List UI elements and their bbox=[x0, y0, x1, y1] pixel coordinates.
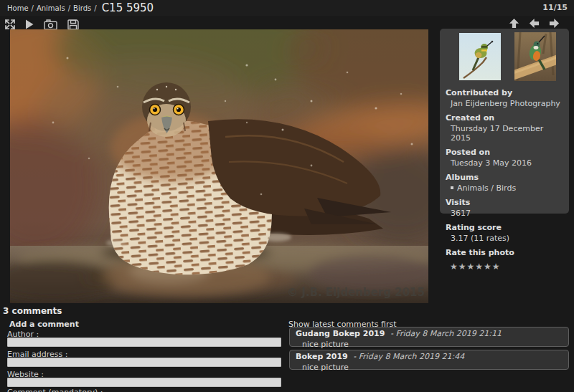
gallery-page: Home / Animals / Birds / C15 5950 11/15 bbox=[0, 0, 574, 392]
sidebar-thumbnail-2[interactable] bbox=[514, 32, 556, 81]
top-bar: Home / Animals / Birds / C15 5950 11/15 bbox=[0, 0, 574, 16]
comment-date: - Friday 8 March 2019 21:11 bbox=[390, 329, 502, 338]
camera-icon bbox=[44, 19, 57, 30]
rate-star-2[interactable]: ★ bbox=[458, 262, 467, 272]
comment-item: Bokep 2019 - Friday 8 March 2019 21:44 n… bbox=[289, 350, 569, 370]
author-input[interactable] bbox=[7, 338, 281, 347]
rating-stars: ★★★★★★ bbox=[450, 259, 565, 272]
arrow-up-icon bbox=[509, 18, 519, 29]
metadata-button[interactable] bbox=[44, 19, 57, 30]
breadcrumb-separator: / bbox=[94, 4, 96, 12]
slideshow-button[interactable] bbox=[25, 19, 34, 29]
rate-star-6[interactable]: ★ bbox=[492, 262, 501, 272]
previous-photo-button[interactable] bbox=[529, 18, 540, 29]
rate-this-photo-label: Rate this photo bbox=[446, 248, 565, 257]
comment-date: - Friday 8 March 2019 21:44 bbox=[353, 352, 464, 361]
meta-label-contributed-by: Contributed by bbox=[446, 88, 565, 97]
next-photo-button[interactable] bbox=[549, 18, 560, 29]
bee-eater-thumbnail-image bbox=[459, 33, 501, 80]
meta-value-posted-on: Tuesday 3 May 2016 bbox=[451, 158, 565, 168]
comment-header: Bokep 2019 - Friday 8 March 2019 21:44 bbox=[296, 353, 563, 360]
meta-value-visits: 3617 bbox=[451, 209, 565, 218]
breadcrumb-animals[interactable]: Animals bbox=[37, 4, 65, 12]
album-link[interactable]: Animals / Birds bbox=[457, 183, 516, 193]
meta-value-contributed-by: Jan Eijdenberg Photography bbox=[451, 99, 565, 108]
play-icon bbox=[25, 19, 34, 29]
breadcrumb-separator: / bbox=[32, 4, 34, 12]
rate-star-3[interactable]: ★ bbox=[467, 262, 476, 272]
photo-illustration: © J.B. Eijdenberg 2015 bbox=[10, 29, 428, 303]
meta-value-albums: Animals / Birds bbox=[451, 183, 565, 193]
main-photo[interactable]: © J.B. Eijdenberg 2015 bbox=[10, 29, 428, 303]
comment-text: nice picture bbox=[296, 340, 563, 349]
comment-author: Gudang Bokep 2019 bbox=[296, 329, 385, 338]
jacamar-thumbnail-image bbox=[514, 32, 556, 81]
sidebar-thumbnail-1[interactable] bbox=[459, 32, 501, 81]
rate-star-4[interactable]: ★ bbox=[475, 262, 484, 272]
page-title: C15 5950 bbox=[102, 1, 154, 14]
meta-value-created-on: Thursday 17 December 2015 bbox=[451, 124, 565, 143]
meta-label-albums: Albums bbox=[446, 173, 565, 182]
fullscreen-icon bbox=[5, 19, 15, 29]
meta-label-rating-score: Rating score bbox=[446, 223, 565, 232]
fullscreen-button[interactable] bbox=[5, 19, 15, 29]
arrow-left-icon bbox=[529, 18, 540, 29]
photo-watermark: © J.B. Eijdenberg 2015 bbox=[287, 286, 425, 299]
comment-header: Gudang Bokep 2019 - Friday 8 March 2019 … bbox=[296, 330, 563, 338]
meta-label-created-on: Created on bbox=[446, 113, 565, 123]
save-icon bbox=[67, 19, 79, 30]
download-button[interactable] bbox=[67, 19, 79, 30]
email-input[interactable] bbox=[7, 358, 281, 367]
comment-item: Gudang Bokep 2019 - Friday 8 March 2019 … bbox=[289, 327, 569, 347]
website-input[interactable] bbox=[7, 378, 281, 387]
breadcrumb-separator: / bbox=[68, 4, 70, 12]
rate-star-1[interactable]: ★ bbox=[450, 262, 458, 272]
rate-star-5[interactable]: ★ bbox=[484, 262, 492, 272]
meta-label-posted-on: Posted on bbox=[446, 148, 565, 157]
meta-label-visits: Visits bbox=[446, 198, 565, 207]
comment-text: nice picture bbox=[296, 363, 563, 372]
breadcrumb-birds[interactable]: Birds bbox=[73, 4, 91, 12]
meta-value-rating-score: 3.17 (11 rates) bbox=[451, 234, 565, 243]
photo-metadata: Contributed by Jan Eijdenberg Photograph… bbox=[446, 83, 565, 272]
comment-author: Bokep 2019 bbox=[296, 352, 348, 361]
thumbnails-up-button[interactable] bbox=[509, 18, 519, 29]
neighbor-thumbnails bbox=[459, 32, 556, 81]
comment-label: Comment (mandatory) : bbox=[7, 388, 103, 392]
comments-count-heading: 3 comments bbox=[3, 306, 62, 316]
album-bullet bbox=[451, 186, 453, 189]
add-comment-heading: Add a comment bbox=[9, 320, 79, 329]
breadcrumb: Home / Animals / Birds / C15 5950 bbox=[7, 0, 154, 16]
arrow-right-icon bbox=[549, 18, 560, 29]
breadcrumb-home[interactable]: Home bbox=[7, 4, 29, 12]
info-sidebar: Contributed by Jan Eijdenberg Photograph… bbox=[440, 29, 569, 214]
photo-counter: 11/15 bbox=[542, 3, 568, 12]
photo-navigation bbox=[509, 18, 560, 29]
